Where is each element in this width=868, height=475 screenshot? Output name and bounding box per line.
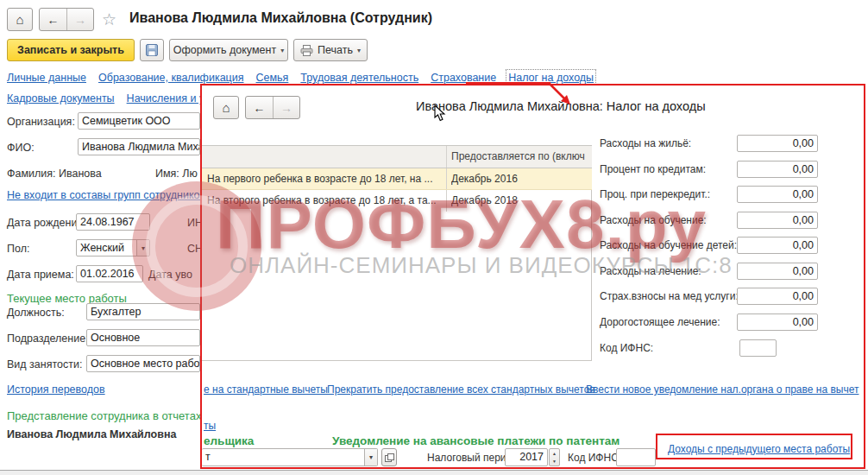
back-button[interactable]: ← — [40, 9, 66, 30]
field-input-housing[interactable]: 0,00 — [737, 135, 818, 152]
favorite-star-icon[interactable]: ☆ — [102, 10, 116, 29]
tab-income-tax[interactable]: Налог на доходы — [508, 72, 594, 84]
field-label-med-insurance: Страх.взносы на мед услуги: — [600, 290, 739, 302]
surname-text: Фамилия: Иванова — [7, 168, 102, 180]
open-picker-button[interactable] — [381, 448, 397, 466]
tab-work-activity[interactable]: Трудовая деятельность — [300, 72, 418, 84]
field-input-med-insurance[interactable]: 0,00 — [737, 288, 818, 305]
chevron-down-icon[interactable]: ▾ — [136, 240, 149, 256]
field-label-refinance: Проц. при перекредит.: — [600, 188, 710, 200]
previous-income-link[interactable]: Доходы с предыдущего места работы — [668, 443, 850, 455]
make-document-button[interactable]: Оформить документ ▾ — [169, 39, 288, 61]
table-row[interactable]: На первого ребенка в возрасте до 18 лет,… — [202, 168, 592, 190]
home-icon: ⌂ — [16, 12, 23, 27]
taxpayer-status-header-cut: ельщика — [204, 434, 254, 447]
print-button[interactable]: Печать ▾ — [293, 39, 368, 61]
sex-select[interactable]: Женский ▾ — [76, 239, 150, 256]
ifns-code2-input[interactable] — [616, 448, 656, 466]
department-label: Подразделение: — [7, 332, 89, 345]
deduction-until-cell: Декабрь 2018 — [451, 194, 589, 206]
save-close-label: Записать и закрыть — [17, 44, 124, 56]
employment-input[interactable]: Основное место работы — [86, 355, 200, 372]
save-button[interactable] — [140, 39, 164, 61]
caret-down-icon: ▾ — [357, 47, 361, 54]
app-root: ⌂ ← → ☆ Иванова Людмила Михайловна (Сотр… — [0, 0, 868, 475]
fio-input[interactable]: Иванова Людмила Михай — [78, 138, 200, 155]
hiredate-label: Дата приема: — [7, 269, 74, 281]
tax-period-input[interactable]: 2017 — [505, 448, 548, 466]
sex-value: Женский — [80, 242, 124, 254]
open-form-icon — [385, 453, 394, 462]
field-label-education: Расходы на обучение: — [600, 214, 707, 226]
position-label: Должность: — [7, 307, 65, 319]
forward-icon: → — [280, 101, 292, 115]
std-deductions-link-cut[interactable]: е на стандартные вычеты — [204, 383, 328, 396]
field-input-refinance[interactable]: 0,00 — [737, 186, 818, 203]
stop-all-deductions-link[interactable]: Прекратить предоставление всех стандартн… — [327, 383, 595, 396]
field-input-loan-interest[interactable]: 0,00 — [737, 161, 818, 178]
hiredate-input[interactable]: 01.02.2016 — [76, 265, 143, 282]
presentation-value: Иванова Людмила Михайловна — [7, 428, 176, 440]
chevron-down-icon[interactable]: ▾ — [364, 449, 377, 466]
dialog-title: Иванова Людмила Михайловна: Налог на дох… — [416, 99, 706, 113]
spin-up-icon[interactable]: ▲ — [550, 449, 559, 458]
tab-education[interactable]: Образование, квалификация — [98, 72, 244, 84]
home-icon: ⌂ — [222, 100, 230, 115]
tab-personal-data[interactable]: Личные данные — [7, 72, 86, 84]
groups-link[interactable]: Не входит в составы групп сотрудников. — [7, 189, 209, 201]
home-button[interactable]: ⌂ — [7, 8, 33, 31]
ifns-code2-label: Код ИФНС: — [568, 452, 621, 464]
field-input-treatment[interactable]: 0,00 — [737, 263, 818, 280]
field-input-education[interactable]: 0,00 — [737, 212, 818, 229]
presentation-header: Представление сотрудника в отчетах и д — [7, 409, 220, 422]
make-document-label: Оформить документ — [173, 44, 276, 56]
floppy-icon — [146, 44, 158, 56]
taxpayer-status-select[interactable]: т ▾ — [202, 448, 378, 466]
column-divider — [446, 168, 447, 189]
patent-advance-header: Уведомление на авансовые платежи по пате… — [332, 434, 620, 447]
forward-button[interactable]: → — [66, 9, 93, 30]
dialog-back-button[interactable]: ← — [246, 97, 273, 118]
save-close-button[interactable]: Записать и закрыть — [7, 39, 135, 61]
dialog-home-button[interactable]: ⌂ — [213, 96, 239, 119]
position-input[interactable]: Бухгалтер — [86, 303, 200, 320]
taxpayer-status-value-cut: т — [205, 451, 211, 463]
org-label: Организация: — [7, 116, 75, 128]
print-label: Печать — [318, 44, 353, 56]
fio-label: ФИО: — [7, 142, 35, 154]
field-input-expensive-treatment[interactable]: 0,00 — [737, 314, 818, 331]
field-label-loan-interest: Процент по кредитам: — [600, 163, 706, 175]
ifns-code-input[interactable] — [739, 339, 777, 357]
deduction-name-cell: На первого ребенка в возрасте до 18 лет,… — [207, 173, 442, 185]
field-label-housing: Расходы на жильё: — [600, 137, 691, 149]
table-row[interactable]: На второго ребенка в возрасте до 18 лет,… — [202, 190, 592, 212]
window-bottom-edge — [0, 470, 868, 475]
tab-insurance[interactable]: Страхование — [431, 72, 496, 84]
new-notice-link[interactable]: Ввести новое уведомление нал.органа о пр… — [586, 383, 859, 396]
org-input[interactable]: Семицветик ООО — [78, 112, 200, 130]
link-hr-documents[interactable]: Кадровые документы — [7, 92, 115, 104]
dialog-history-nav: ← → — [245, 96, 300, 119]
income-tax-dialog: ⌂ ← → Иванова Людмила Михайловна: Налог … — [200, 84, 865, 469]
spin-down-icon[interactable]: ▼ — [550, 458, 559, 466]
field-input-children-education[interactable]: 0,00 — [737, 237, 818, 254]
history-nav: ← → — [39, 8, 94, 31]
deductions-table: Предоставляется по (включ На первого реб… — [202, 145, 592, 361]
department-input[interactable]: Основное — [86, 329, 200, 346]
caret-down-icon: ▾ — [280, 47, 284, 54]
transfer-history-link[interactable]: История переводов — [7, 383, 105, 396]
sex-label: Пол: — [7, 243, 29, 255]
tab-family[interactable]: Семья — [256, 72, 289, 84]
forward-icon: → — [74, 13, 86, 27]
cut-link[interactable]: ты — [204, 420, 216, 432]
dialog-forward-button[interactable]: → — [273, 97, 299, 118]
field-label-children-education: Расходы на обучение детей: — [600, 239, 737, 251]
column-divider — [446, 146, 447, 168]
link-bar-2: Кадровые документы Начисления и уд — [7, 92, 211, 104]
field-label-treatment: Расходы на лечение: — [600, 265, 701, 277]
printer-icon — [300, 45, 313, 56]
link-accruals[interactable]: Начисления и уд — [127, 92, 211, 104]
firedate-label-cut: Дата уво — [148, 269, 192, 281]
tax-period-spinner: ▲ ▼ — [549, 448, 560, 466]
birthdate-input[interactable]: 24.08.1967 — [76, 213, 150, 231]
